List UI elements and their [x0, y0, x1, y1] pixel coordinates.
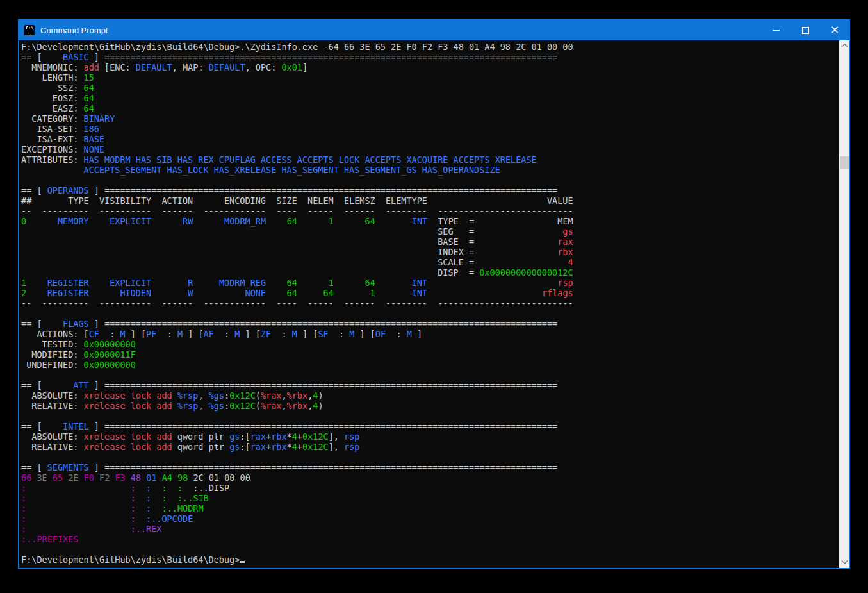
console-line: : : : :..MODRM [21, 503, 839, 514]
command-prompt-window: C:\ Command Prompt × F:\Development\GitH… [18, 19, 850, 569]
console-line: ISA-SET: I86 [21, 124, 839, 134]
minimize-icon [773, 30, 780, 31]
console-line: 2 REGISTER HIDDEN W NONE 64 64 1 INT rfl… [21, 288, 839, 298]
console-line: 0 MEMORY EXPLICIT RW MODRM_RM 64 1 64 IN… [21, 216, 839, 226]
console-line: 66 3E 65 2E F0 F2 F3 48 01 A4 98 2C 01 0… [21, 472, 839, 483]
console-line: : : :..OPCODE [21, 514, 839, 524]
console-line [21, 452, 839, 462]
console-line: : : : : : :..DISP [21, 483, 839, 493]
chevron-up-icon [841, 44, 848, 50]
console-line: MNEMONIC: add [ENC: DEFAULT, MAP: DEFAUL… [21, 62, 839, 72]
console-line: UNDEFINED: 0x00000000 [21, 360, 839, 370]
console-line: EXCEPTIONS: NONE [21, 144, 839, 155]
console-line [21, 370, 839, 380]
console-line: :..PREFIXES [21, 534, 839, 544]
console-line: DISP = 0x000000000000012C [21, 267, 839, 278]
console-line: EASZ: 64 [21, 103, 839, 113]
window-controls: × [761, 20, 849, 40]
console-line: SEG = gs [21, 226, 839, 237]
chevron-down-icon [841, 558, 848, 564]
console-line: SCALE = 4 [21, 257, 839, 267]
cmd-icon-text: C:\ [26, 26, 34, 31]
console-line: ## TYPE VISIBILITY ACTION ENCODING SIZE … [21, 196, 839, 206]
console-line: == [ INTEL ] ===========================… [21, 421, 839, 431]
console-line [21, 411, 839, 421]
scrollbar-thumb[interactable] [840, 156, 849, 169]
console-line: ACCEPTS_SEGMENT HAS_LOCK HAS_XRELEASE HA… [21, 165, 839, 175]
console-line: BASE = rax [21, 237, 839, 247]
close-button[interactable]: × [820, 20, 849, 40]
console-line [21, 308, 839, 319]
console-line: SSZ: 64 [21, 83, 839, 93]
scrollbar[interactable] [839, 40, 849, 568]
console-line: TESTED: 0x00000000 [21, 339, 839, 349]
console-line: 1 REGISTER EXPLICIT R MODRM_REG 64 1 64 … [21, 278, 839, 288]
scrollbar-up-button[interactable] [839, 40, 849, 51]
console-line: == [ OPERANDS ] ========================… [21, 185, 839, 196]
console-line: -- --------- ---------- ------ ---------… [21, 298, 839, 308]
maximize-icon [802, 27, 809, 34]
cmd-icon-cursor [30, 33, 33, 33]
console-line [21, 544, 839, 555]
console-line: ABSOLUTE: xrelease lock add %rsp, %gs:0x… [21, 390, 839, 401]
text-cursor [240, 561, 245, 563]
scrollbar-down-button[interactable] [839, 557, 849, 568]
console-line: : : : : :..SIB [21, 493, 839, 503]
console-line [21, 175, 839, 185]
cmd-icon: C:\ [24, 25, 35, 35]
console-line: == [ ATT ] =============================… [21, 380, 839, 390]
console-line: -- --------- ---------- ------ ---------… [21, 206, 839, 216]
maximize-button[interactable] [790, 20, 820, 40]
console-line: MODIFIED: 0x0000011F [21, 349, 839, 360]
console-line: == [ SEGMENTS ] ========================… [21, 462, 839, 472]
console-line: CATEGORY: BINARY [21, 113, 839, 124]
title-bar[interactable]: C:\ Command Prompt × [19, 20, 849, 40]
console-line: LENGTH: 15 [21, 72, 839, 83]
console-line: ACTIONS: [CF : M ] [PF : M ] [AF : M ] [… [21, 329, 839, 339]
console-output[interactable]: F:\Development\GitHub\zydis\Build64\Debu… [19, 40, 839, 568]
window-title: Command Prompt [40, 26, 761, 35]
console-line: ISA-EXT: BASE [21, 134, 839, 144]
minimize-button[interactable] [761, 20, 790, 40]
console-line: == [ BASIC ] ===========================… [21, 52, 839, 62]
close-icon: × [830, 24, 839, 35]
console-line: F:\Development\GitHub\zydis\Build64\Debu… [21, 555, 839, 565]
console-line: RELATIVE: xrelease lock add %rsp, %gs:0x… [21, 401, 839, 411]
console-line: F:\Development\GitHub\zydis\Build64\Debu… [21, 42, 839, 52]
console-line: RELATIVE: xrelease lock add qword ptr gs… [21, 442, 839, 452]
console-line: ABSOLUTE: xrelease lock add qword ptr gs… [21, 431, 839, 442]
console-line: == [ FLAGS ] ===========================… [21, 319, 839, 329]
console-line: EOSZ: 64 [21, 93, 839, 103]
console-line: ATTRIBUTES: HAS_MODRM HAS_SIB HAS_REX CP… [21, 155, 839, 165]
console-line: : :..REX [21, 524, 839, 534]
console-line: INDEX = rbx [21, 247, 839, 257]
